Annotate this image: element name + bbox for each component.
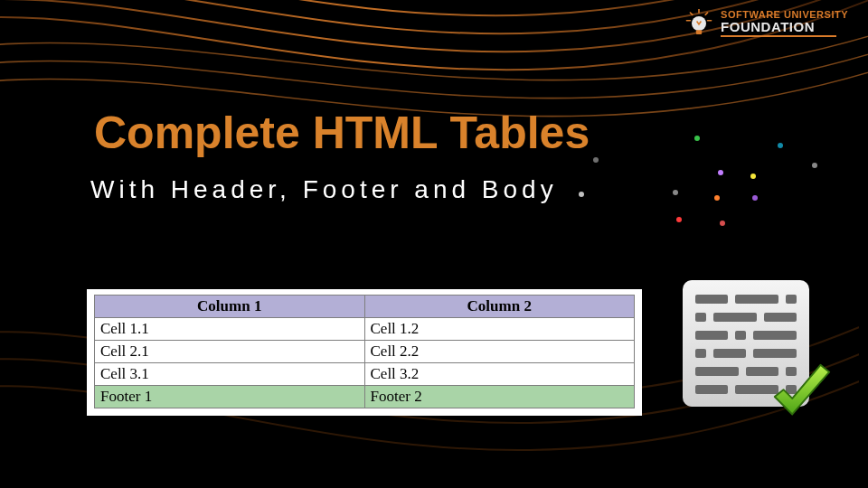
confetti-dot [720, 221, 725, 226]
table-header-cell: Column 2 [364, 296, 635, 318]
table-cell: Cell 2.1 [95, 341, 365, 363]
table-row: Cell 2.1 Cell 2.2 [95, 341, 635, 363]
table-footer-row: Footer 1 Footer 2 [95, 386, 635, 408]
slide-title: Complete HTML Tables [94, 107, 590, 159]
confetti-dot [593, 157, 599, 163]
example-table-wrap: Column 1 Column 2 Cell 1.1 Cell 1.2 Cell… [87, 289, 642, 416]
svg-line-1 [690, 13, 692, 14]
table-footer-cell: Footer 2 [364, 386, 635, 408]
table-cell: Cell 1.2 [364, 318, 635, 341]
svg-rect-6 [696, 30, 702, 34]
confetti-dot [676, 217, 682, 222]
confetti-dots [579, 127, 832, 235]
confetti-dot [778, 143, 783, 148]
table-cell: Cell 3.1 [95, 363, 365, 386]
table-header-row: Column 1 Column 2 [95, 296, 635, 318]
softuni-logo: SOFTWARE UNIVERSITY FOUNDATION [684, 9, 848, 38]
table-check-icon [683, 278, 827, 423]
confetti-dot [812, 163, 817, 168]
table-cell: Cell 3.2 [364, 363, 635, 386]
table-cell: Cell 1.1 [95, 318, 365, 341]
slide-subtitle: With Header, Footer and Body [90, 175, 558, 204]
confetti-dot [579, 192, 584, 197]
confetti-dot [752, 195, 758, 201]
table-row: Cell 1.1 Cell 1.2 [95, 318, 635, 341]
table-row: Cell 3.1 Cell 3.2 [95, 363, 635, 386]
table-footer-cell: Footer 1 [95, 386, 365, 408]
checkmark-icon [766, 360, 836, 430]
svg-line-2 [705, 13, 707, 14]
confetti-dot [714, 195, 720, 201]
confetti-dot [673, 190, 678, 195]
confetti-dot [750, 174, 756, 179]
confetti-dot [694, 136, 700, 141]
logo-line2: FOUNDATION [721, 20, 848, 33]
table-header-cell: Column 1 [95, 296, 365, 318]
table-cell: Cell 2.2 [364, 341, 635, 363]
lightbulb-icon [684, 9, 713, 38]
logo-underline [721, 35, 836, 37]
confetti-dot [718, 170, 723, 175]
example-table: Column 1 Column 2 Cell 1.1 Cell 1.2 Cell… [94, 295, 635, 408]
